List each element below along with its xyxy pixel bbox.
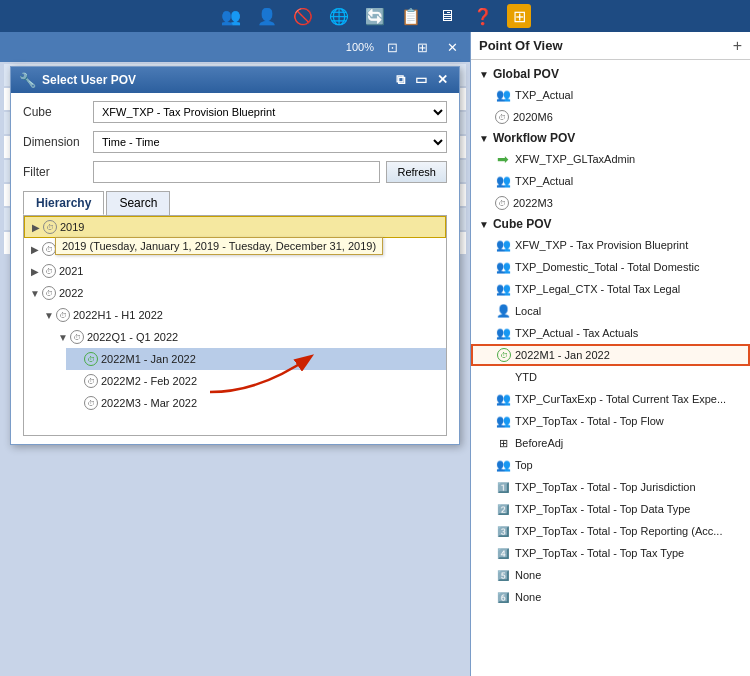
- pov-label-cur-tax-exp: TXP_CurTaxExp - Total Current Tax Expe..…: [515, 393, 726, 405]
- cube-select[interactable]: XFW_TXP - Tax Provision Blueprint: [93, 101, 447, 123]
- pov-item-top-jurisdiction[interactable]: 1️⃣ TXP_TopTax - Total - Top Jurisdictio…: [471, 476, 750, 498]
- pov-item-2020m6[interactable]: ⏱ 2020M6: [471, 106, 750, 128]
- tree-item-2022M3[interactable]: ▶ ⏱ 2022M3 - Mar 2022: [66, 392, 446, 414]
- users-toolbar-icon[interactable]: 👥: [219, 4, 243, 28]
- close-left-icon[interactable]: ✕: [440, 35, 464, 59]
- clipboard-toolbar-icon[interactable]: 📋: [399, 4, 423, 28]
- tab-search[interactable]: Search: [106, 191, 170, 215]
- people-icon-workflow-actual: 👥: [495, 173, 511, 189]
- pov-add-button[interactable]: +: [733, 37, 742, 55]
- pov-label-top-data-type: TXP_TopTax - Total - Top Data Type: [515, 503, 690, 515]
- pov-item-2022m1-highlighted[interactable]: ⏱ 2022M1 - Jan 2022: [471, 344, 750, 366]
- pov-header: Point Of View +: [471, 32, 750, 60]
- globe-toolbar-icon[interactable]: 🌐: [327, 4, 351, 28]
- people-icon-reporting: 3️⃣: [495, 523, 511, 539]
- num6-icon: 6️⃣: [495, 589, 511, 605]
- dialog-icon: 🔧: [19, 72, 36, 88]
- zoom-fit-icon[interactable]: ⊡: [380, 35, 404, 59]
- global-pov-label: Global POV: [493, 67, 559, 81]
- clock-icon-2022M2: ⏱: [84, 374, 98, 388]
- person-toolbar-icon[interactable]: 👤: [255, 4, 279, 28]
- dialog-title: Select User POV: [42, 73, 136, 87]
- pov-label-top-flow: TXP_TopTax - Total - Top Flow: [515, 415, 664, 427]
- pov-label-txp-domestic: TXP_Domestic_Total - Total Domestic: [515, 261, 699, 273]
- pov-section-cube[interactable]: ▼ Cube POV: [471, 214, 750, 234]
- pov-section-workflow[interactable]: ▼ Workflow POV: [471, 128, 750, 148]
- dialog-body: Cube XFW_TXP - Tax Provision Blueprint D…: [11, 93, 459, 444]
- pov-label-beforeadj: BeforeAdj: [515, 437, 563, 449]
- pov-item-ytd[interactable]: YTD: [471, 366, 750, 388]
- dialog-copy-button[interactable]: ⧉: [393, 72, 408, 88]
- tree-item-2022Q1[interactable]: ▼ ⏱ 2022Q1 - Q1 2022: [52, 326, 446, 348]
- expand-2022H1[interactable]: ▼: [42, 308, 56, 322]
- expand-2019[interactable]: ▶: [29, 220, 43, 234]
- pov-item-cur-tax-exp[interactable]: 👥 TXP_CurTaxExp - Total Current Tax Expe…: [471, 388, 750, 410]
- pov-item-top-data-type[interactable]: 2️⃣ TXP_TopTax - Total - Top Data Type: [471, 498, 750, 520]
- tree-item-2022[interactable]: ▼ ⏱ 2022: [24, 282, 446, 304]
- pov-label-none-1: None: [515, 569, 541, 581]
- tree-label-2021: 2021: [59, 265, 83, 277]
- tree-container[interactable]: ▶ ⏱ 2019 2019 (Tuesday, January 1, 2019 …: [23, 216, 447, 436]
- clock-icon-2019: ⏱: [43, 220, 57, 234]
- tree-item-2021[interactable]: ▶ ⏱ 2021: [24, 260, 446, 282]
- pov-item-top[interactable]: 👥 Top: [471, 454, 750, 476]
- people-icon-global-actual: 👥: [495, 87, 511, 103]
- dialog-close-button[interactable]: ✕: [434, 72, 451, 88]
- expand-2022Q1[interactable]: ▼: [56, 330, 70, 344]
- refresh-green-toolbar-icon[interactable]: 🔄: [363, 4, 387, 28]
- expand-2020[interactable]: ▶: [28, 242, 42, 256]
- pov-label-txp-actual-global: TXP_Actual: [515, 89, 573, 101]
- filter-label: Filter: [23, 165, 93, 179]
- tree-item-2022M1[interactable]: ▶ ⏱ 2022M1 - Jan 2022: [66, 348, 446, 370]
- pov-item-top-reporting[interactable]: 3️⃣ TXP_TopTax - Total - Top Reporting (…: [471, 520, 750, 542]
- tree-label-2022M1: 2022M1 - Jan 2022: [101, 353, 196, 365]
- pov-label-txp-legal-ctx: TXP_Legal_CTX - Total Tax Legal: [515, 283, 680, 295]
- filter-input[interactable]: [93, 161, 380, 183]
- pov-label-ytd: YTD: [515, 371, 537, 383]
- expand-2022[interactable]: ▼: [28, 286, 42, 300]
- clock-icon-2022m1-pov: ⏱: [497, 348, 511, 362]
- dialog-controls: ⧉ ▭ ✕: [393, 72, 451, 88]
- pov-item-txp-domestic[interactable]: 👥 TXP_Domestic_Total - Total Domestic: [471, 256, 750, 278]
- dimension-select[interactable]: Time - Time: [93, 131, 447, 153]
- global-pov-arrow: ▼: [479, 69, 489, 80]
- pov-item-txp-actual-tax[interactable]: 👥 TXP_Actual - Tax Actuals: [471, 322, 750, 344]
- pov-item-txp-actual-global[interactable]: 👥 TXP_Actual: [471, 84, 750, 106]
- tree-item-2019[interactable]: ▶ ⏱ 2019 2019 (Tuesday, January 1, 2019 …: [24, 216, 446, 238]
- pov-item-txp-legal-ctx[interactable]: 👥 TXP_Legal_CTX - Total Tax Legal: [471, 278, 750, 300]
- zoom-icon[interactable]: ⊞: [410, 35, 434, 59]
- grid-toolbar-icon[interactable]: ⊞: [507, 4, 531, 28]
- clock-icon-2022M3: ⏱: [84, 396, 98, 410]
- tree-item-2022M2[interactable]: ▶ ⏱ 2022M2 - Feb 2022: [66, 370, 446, 392]
- main-layout: 100% ⊡ ⊞ ✕ 🔧 Select User POV ⧉ ▭: [0, 32, 750, 676]
- people-icon-legal: 👥: [495, 281, 511, 297]
- pov-item-top-tax-type[interactable]: 4️⃣ TXP_TopTax - Total - Top Tax Type: [471, 542, 750, 564]
- refresh-button[interactable]: Refresh: [386, 161, 447, 183]
- left-panel: 100% ⊡ ⊞ ✕ 🔧 Select User POV ⧉ ▭: [0, 32, 470, 676]
- clock-icon-2022H1: ⏱: [56, 308, 70, 322]
- pov-item-local[interactable]: 👤 Local: [471, 300, 750, 322]
- workflow-pov-arrow: ▼: [479, 133, 489, 144]
- expand-2021[interactable]: ▶: [28, 264, 42, 278]
- tree-item-2022H1[interactable]: ▼ ⏱ 2022H1 - H1 2022: [38, 304, 446, 326]
- pov-item-txp-actual-workflow[interactable]: 👥 TXP_Actual: [471, 170, 750, 192]
- dialog-maximize-button[interactable]: ▭: [412, 72, 430, 88]
- help-toolbar-icon[interactable]: ❓: [471, 4, 495, 28]
- num5-icon: 5️⃣: [495, 567, 511, 583]
- pov-item-none-1[interactable]: 5️⃣ None: [471, 564, 750, 586]
- pov-item-xfw-gltaxadmin[interactable]: ➡ XFW_TXP_GLTaxAdmin: [471, 148, 750, 170]
- monitor-toolbar-icon[interactable]: 🖥: [435, 4, 459, 28]
- select-user-pov-dialog: 🔧 Select User POV ⧉ ▭ ✕ Cube XFW_TXP - T…: [10, 66, 460, 445]
- pov-item-xfw-txp-blueprint[interactable]: 👥 XFW_TXP - Tax Provision Blueprint: [471, 234, 750, 256]
- tab-hierarchy[interactable]: Hierarchy: [23, 191, 104, 215]
- pov-item-top-flow[interactable]: 👥 TXP_TopTax - Total - Top Flow: [471, 410, 750, 432]
- pov-item-beforeadj[interactable]: ⊞ BeforeAdj: [471, 432, 750, 454]
- workflow-pov-label: Workflow POV: [493, 131, 575, 145]
- person-x-toolbar-icon[interactable]: 🚫: [291, 4, 315, 28]
- pov-item-2022m3[interactable]: ⏱ 2022M3: [471, 192, 750, 214]
- pov-item-none-2[interactable]: 6️⃣ None: [471, 586, 750, 608]
- person-icon-local: 👤: [495, 303, 511, 319]
- clock-icon-2022M1: ⏱: [84, 352, 98, 366]
- box-icon-beforeadj: ⊞: [495, 435, 511, 451]
- pov-section-global[interactable]: ▼ Global POV: [471, 64, 750, 84]
